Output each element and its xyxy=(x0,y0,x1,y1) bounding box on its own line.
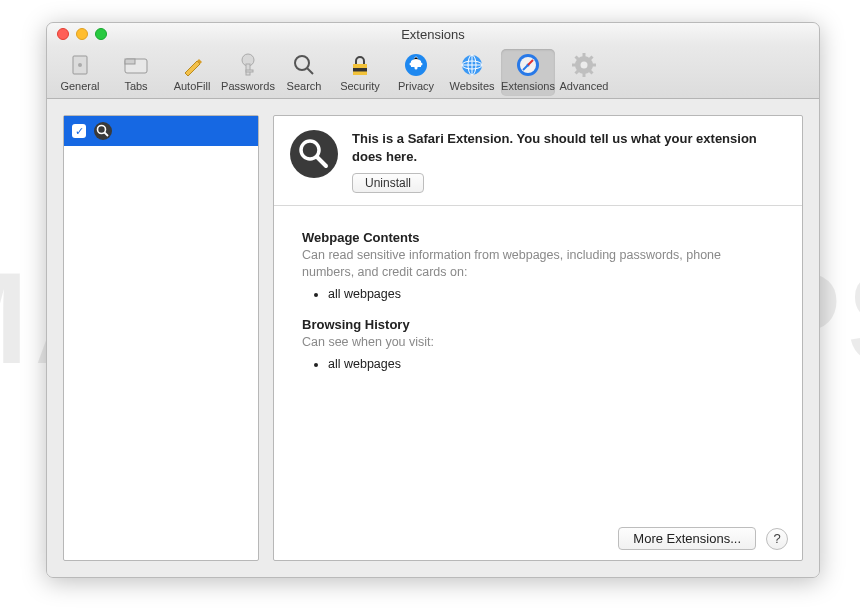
security-icon xyxy=(344,51,376,79)
tab-label: AutoFill xyxy=(174,80,211,92)
tab-autofill[interactable]: AutoFill xyxy=(165,49,219,96)
svg-rect-3 xyxy=(125,59,135,64)
tab-extensions[interactable]: Extensions xyxy=(501,49,555,96)
detail-header: This is a Safari Extension. You should t… xyxy=(274,116,802,206)
svg-point-7 xyxy=(295,56,309,70)
svg-rect-26 xyxy=(583,53,586,57)
tab-label: Security xyxy=(340,80,380,92)
extension-magnifier-icon xyxy=(94,122,112,140)
websites-icon xyxy=(456,51,488,79)
permissions-section: Webpage Contents Can read sensitive info… xyxy=(274,206,802,517)
privacy-icon xyxy=(400,51,432,79)
tab-label: Tabs xyxy=(124,80,147,92)
tab-general[interactable]: General xyxy=(53,49,107,96)
tab-label: Advanced xyxy=(560,80,609,92)
permission-item: all webpages xyxy=(328,287,774,301)
tab-search[interactable]: Search xyxy=(277,49,331,96)
extensions-icon xyxy=(512,51,544,79)
window-title: Extensions xyxy=(47,27,819,42)
general-icon xyxy=(64,51,96,79)
extensions-sidebar: ✓ xyxy=(63,115,259,561)
svg-line-8 xyxy=(307,68,313,74)
content-area: ✓ This is a Safari Extension. You should… xyxy=(47,99,819,577)
tab-label: Extensions xyxy=(501,80,555,92)
svg-rect-27 xyxy=(583,73,586,77)
tab-label: Passwords xyxy=(221,80,275,92)
tab-label: Search xyxy=(287,80,322,92)
preferences-window: Extensions General Tabs AutoFill Passw xyxy=(46,22,820,578)
extension-list-item[interactable]: ✓ xyxy=(64,116,258,146)
permission-browsing-history-subtitle: Can see when you visit: xyxy=(302,334,774,351)
more-extensions-button[interactable]: More Extensions... xyxy=(618,527,756,550)
extension-detail-panel: This is a Safari Extension. You should t… xyxy=(273,115,803,561)
svg-rect-10 xyxy=(353,64,367,68)
svg-rect-28 xyxy=(572,64,576,67)
svg-rect-29 xyxy=(592,64,596,67)
extension-enabled-checkbox[interactable]: ✓ xyxy=(72,124,86,138)
tab-security[interactable]: Security xyxy=(333,49,387,96)
svg-point-34 xyxy=(98,126,106,134)
uninstall-button[interactable]: Uninstall xyxy=(352,173,424,193)
svg-rect-11 xyxy=(353,68,367,72)
autofill-icon xyxy=(176,51,208,79)
tab-label: Privacy xyxy=(398,80,434,92)
tab-passwords[interactable]: Passwords xyxy=(221,49,275,96)
svg-point-1 xyxy=(78,63,82,67)
advanced-icon xyxy=(568,51,600,79)
permission-webpage-contents-title: Webpage Contents xyxy=(302,230,774,245)
svg-line-37 xyxy=(317,157,326,166)
description-column: This is a Safari Extension. You should t… xyxy=(352,130,786,193)
permission-browsing-history-title: Browsing History xyxy=(302,317,774,332)
detail-footer: More Extensions... ? xyxy=(274,517,802,560)
permission-item: all webpages xyxy=(328,357,774,371)
help-button[interactable]: ? xyxy=(766,528,788,550)
tab-label: Websites xyxy=(449,80,494,92)
tab-label: General xyxy=(60,80,99,92)
tab-websites[interactable]: Websites xyxy=(445,49,499,96)
svg-rect-6 xyxy=(246,70,253,72)
tab-advanced[interactable]: Advanced xyxy=(557,49,611,96)
svg-point-25 xyxy=(581,62,588,69)
svg-rect-12 xyxy=(353,72,367,76)
permission-webpage-contents-subtitle: Can read sensitive information from webp… xyxy=(302,247,774,281)
search-icon xyxy=(288,51,320,79)
preferences-toolbar: General Tabs AutoFill Passwords Search xyxy=(47,45,819,99)
tab-tabs[interactable]: Tabs xyxy=(109,49,163,96)
svg-line-35 xyxy=(105,133,109,137)
extension-magnifier-icon xyxy=(290,130,338,178)
tabs-icon xyxy=(120,51,152,79)
tab-privacy[interactable]: Privacy xyxy=(389,49,443,96)
titlebar: Extensions xyxy=(47,23,819,45)
extension-description: This is a Safari Extension. You should t… xyxy=(352,130,786,165)
passwords-icon xyxy=(232,51,264,79)
